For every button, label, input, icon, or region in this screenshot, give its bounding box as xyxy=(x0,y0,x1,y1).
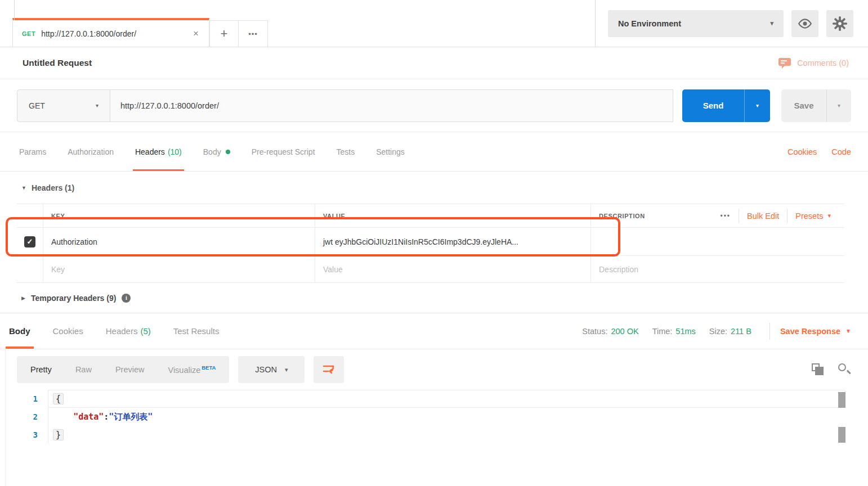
search-icon[interactable] xyxy=(838,363,851,376)
description-placeholder-input[interactable]: Description xyxy=(599,265,638,274)
url-input[interactable] xyxy=(110,89,673,122)
response-tab-cookies[interactable]: Cookies xyxy=(53,313,83,349)
view-visualize[interactable]: VisualizeBETA xyxy=(168,364,216,375)
response-body-editor: 1 { 2 "data": "订单列表" 3 } xyxy=(0,390,868,486)
view-preview[interactable]: Preview xyxy=(115,365,145,374)
method-select[interactable]: GET ▾ xyxy=(17,89,110,122)
copy-icon[interactable] xyxy=(812,363,824,376)
json-string-value: "订单列表" xyxy=(109,412,153,422)
presets-label: Presets xyxy=(795,212,823,220)
save-options-button[interactable]: ▾ xyxy=(826,89,851,122)
environment-quick-look-button[interactable] xyxy=(791,10,818,37)
presets-dropdown[interactable]: Presets ▾ xyxy=(795,212,831,220)
header-value-cell[interactable]: jwt eyJhbGciOiJIUzI1NiIsInR5cCI6Imp3dCJ9… xyxy=(323,237,518,246)
save-button[interactable]: Save xyxy=(781,89,826,122)
comments-label: Comments (0) xyxy=(797,58,849,68)
send-button[interactable]: Send xyxy=(682,89,744,122)
line-number: 2 xyxy=(0,412,48,421)
column-value: VALUE xyxy=(323,213,345,219)
tab-headers[interactable]: Headers (10) xyxy=(135,132,182,171)
close-brace-fold[interactable]: } xyxy=(53,429,64,440)
send-options-button[interactable]: ▾ xyxy=(744,89,770,122)
method-selected-label: GET xyxy=(29,101,45,110)
temporary-headers-title: Temporary Headers (9) xyxy=(31,294,116,303)
chevron-down-icon: ▾ xyxy=(770,20,773,27)
close-tab-icon[interactable]: × xyxy=(191,28,201,39)
topbar: GET http://127.0.0.1:8000/order/ × + •••… xyxy=(0,0,868,47)
tab-method-badge: GET xyxy=(22,30,35,37)
tab-label: Tests xyxy=(337,147,355,156)
more-options-icon[interactable]: ••• xyxy=(720,212,731,220)
save-response-button[interactable]: Save Response ▼ xyxy=(780,327,851,336)
tab-body[interactable]: Body xyxy=(203,132,230,171)
comments-button[interactable]: Comments (0) xyxy=(778,57,849,69)
request-section-tabs: Params Authorization Headers (10) Body P… xyxy=(0,132,868,172)
body-modified-dot xyxy=(226,150,230,154)
response-meta: Status:200 OK Time:51ms Size:211 B Save … xyxy=(582,323,851,340)
response-tab-test-results[interactable]: Test Results xyxy=(173,313,220,349)
value-placeholder-input[interactable]: Value xyxy=(323,265,343,274)
header-select-column xyxy=(17,204,43,227)
code-line-2[interactable]: 2 "data": "订单列表" xyxy=(0,408,868,426)
tab-label: Pre-request Script xyxy=(252,147,315,156)
tab-url-label: http://127.0.0.1:8000/order/ xyxy=(41,29,185,38)
tab-pre-request-script[interactable]: Pre-request Script xyxy=(252,132,315,171)
code-line-3[interactable]: 3 } xyxy=(0,426,868,444)
check-icon: ✓ xyxy=(27,237,33,246)
size-label: Size: xyxy=(709,327,727,336)
response-tab-headers[interactable]: Headers (5) xyxy=(106,313,151,349)
environment-selected-label: No Environment xyxy=(618,19,681,28)
view-pretty[interactable]: Pretty xyxy=(30,365,52,374)
search-lens xyxy=(838,363,846,371)
environment-select[interactable]: No Environment ▾ xyxy=(608,10,784,37)
code-line-1[interactable]: 1 { xyxy=(0,390,868,408)
scroll-ruler-mark xyxy=(838,427,845,443)
tab-label: Headers xyxy=(106,326,138,336)
pane-divider xyxy=(14,0,15,20)
key-placeholder-input[interactable]: Key xyxy=(51,265,65,274)
bulk-edit-link[interactable]: Bulk Edit xyxy=(747,212,779,220)
row-checkbox-checked[interactable]: ✓ xyxy=(24,236,35,248)
temporary-headers-toggle[interactable]: ▶ Temporary Headers (9) i xyxy=(0,283,868,313)
response-section: Body Cookies Headers (5) Test Results St… xyxy=(0,313,868,486)
wrap-lines-button[interactable] xyxy=(314,356,344,383)
header-row-authorization: ✓ Authorization jwt eyJhbGciOiJIUzI1NiIs… xyxy=(17,228,844,256)
divider xyxy=(787,209,788,223)
header-key-cell[interactable]: Authorization xyxy=(51,237,97,246)
tab-params[interactable]: Params xyxy=(19,132,46,171)
settings-button[interactable] xyxy=(826,10,853,37)
environment-area: No Environment ▾ xyxy=(595,0,868,47)
header-controls: ••• Bulk Edit Presets ▾ xyxy=(720,209,836,223)
open-brace-fold[interactable]: { xyxy=(53,393,64,404)
open-request-tab[interactable]: GET http://127.0.0.1:8000/order/ × xyxy=(12,18,209,47)
tab-options-button[interactable]: ••• xyxy=(239,20,268,47)
chevron-collapsed-icon: ▶ xyxy=(21,295,25,301)
headers-section-title: Headers (1) xyxy=(32,183,74,192)
indent xyxy=(53,412,73,422)
tab-tests[interactable]: Tests xyxy=(337,132,355,171)
code-link[interactable]: Code xyxy=(831,147,851,156)
response-tab-body[interactable]: Body xyxy=(9,313,30,349)
visualize-label: Visualize xyxy=(168,366,200,375)
divider xyxy=(769,323,770,340)
response-tabs: Body Cookies Headers (5) Test Results St… xyxy=(0,313,868,349)
chevron-down-icon: ▼ xyxy=(845,328,851,334)
ellipsis-icon: ••• xyxy=(248,30,258,38)
copy-front-square xyxy=(815,367,824,375)
headers-section-toggle[interactable]: ▼ Headers (1) xyxy=(0,172,868,204)
cookies-link[interactable]: Cookies xyxy=(788,147,817,156)
chevron-down-icon: ▾ xyxy=(827,212,831,219)
eye-icon xyxy=(798,19,812,29)
tab-label: Authorization xyxy=(68,147,114,156)
tab-settings[interactable]: Settings xyxy=(376,132,405,171)
chevron-down-icon: ▾ xyxy=(285,366,288,374)
new-tab-button[interactable]: + xyxy=(209,20,239,47)
format-select[interactable]: JSON ▾ xyxy=(238,356,305,383)
tab-authorization[interactable]: Authorization xyxy=(68,132,114,171)
url-builder-row: GET ▾ Send ▾ Save ▾ xyxy=(0,79,868,132)
request-tabs-strip: GET http://127.0.0.1:8000/order/ × + ••• xyxy=(0,0,595,47)
response-toolbar-right xyxy=(812,363,851,376)
info-icon: i xyxy=(122,294,131,303)
view-raw[interactable]: Raw xyxy=(75,365,92,374)
scroll-ruler-mark xyxy=(838,392,845,408)
